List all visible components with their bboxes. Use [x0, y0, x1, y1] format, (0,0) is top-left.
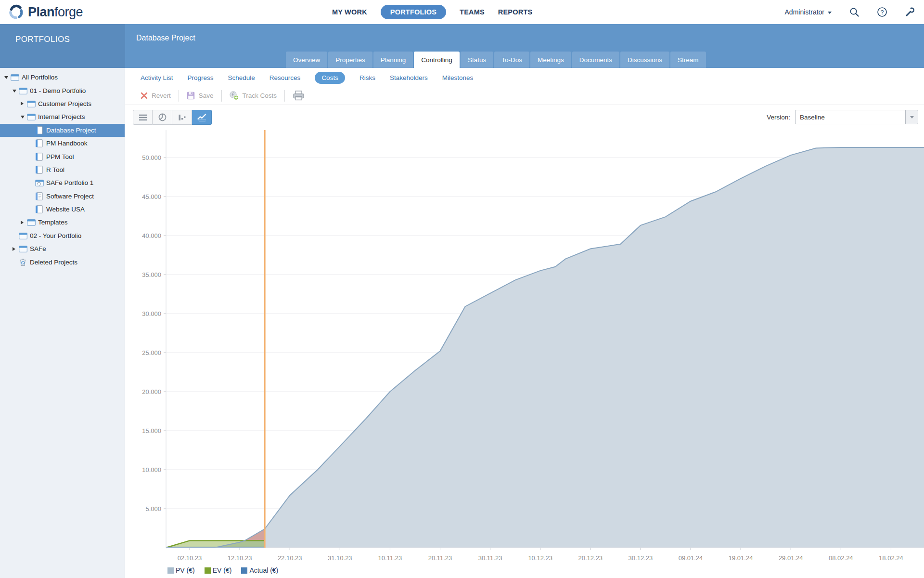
ev-area: [166, 540, 265, 548]
print-button[interactable]: [293, 91, 305, 101]
tree-collapse-arrow[interactable]: [4, 76, 8, 79]
sidebar-item-database-project[interactable]: Database Project: [0, 124, 125, 137]
planforge-logo[interactable]: Planforge: [8, 4, 83, 20]
nav-item-portfolios[interactable]: PORTFOLIOS: [381, 5, 446, 19]
bar-chart-view-button[interactable]: [172, 110, 192, 125]
chevron-down-icon: [910, 116, 914, 118]
revert-button[interactable]: Revert: [141, 92, 171, 99]
sidebar-item-01-demo-portfolio[interactable]: 01 - Demo Portfolio: [0, 84, 125, 97]
y-axis-label: 40.000: [142, 232, 161, 239]
subtab-costs[interactable]: Costs: [315, 72, 345, 84]
sidebar-item-customer-projects[interactable]: Customer Projects: [0, 97, 125, 110]
sidebar-item-templates[interactable]: Templates: [0, 216, 125, 229]
tab-discussions[interactable]: Discussions: [620, 52, 669, 68]
legend-item-pv: PV (€): [167, 566, 195, 574]
tree-item-label: SAFe Portfolio 1: [46, 179, 93, 186]
version-label: Version:: [767, 114, 790, 121]
subtab-progress[interactable]: Progress: [188, 74, 214, 81]
sidebar-item-safe[interactable]: SAFe: [0, 242, 125, 255]
help-icon[interactable]: ?: [877, 7, 887, 17]
x-axis-label: 29.01.24: [779, 554, 803, 562]
x-axis-label: 31.10.23: [328, 554, 352, 562]
tree-collapse-arrow[interactable]: [13, 90, 16, 92]
x-axis-label: 22.10.23: [278, 554, 302, 562]
project-icon: [35, 153, 43, 161]
sidebar-item-safe-portfolio-1[interactable]: SAFe Portfolio 1: [0, 176, 125, 189]
tab-overview[interactable]: Overview: [286, 52, 327, 68]
tree-item-label: SAFe: [30, 245, 46, 252]
project-icon: [35, 139, 43, 147]
subtab-milestones[interactable]: Milestones: [442, 74, 474, 81]
save-button[interactable]: Save: [187, 92, 214, 100]
svg-text:?: ?: [881, 9, 884, 16]
sidebar-item-all-portfolios[interactable]: All Portfolios: [0, 71, 125, 84]
cost-chart: 5.00010.00015.00020.00025.00030.00035.00…: [125, 129, 924, 578]
folder-icon: [11, 74, 19, 81]
user-menu[interactable]: Administrator: [785, 8, 832, 16]
sidebar-item-deleted-projects[interactable]: Deleted Projects: [0, 255, 125, 268]
legend-swatch: [205, 567, 211, 574]
logo-wordmark: Planforge: [28, 5, 83, 20]
search-icon[interactable]: [849, 7, 860, 17]
sidebar-item-website-usa[interactable]: Website USA: [0, 203, 125, 216]
tab-stream[interactable]: Stream: [670, 52, 706, 68]
version-select-arrow[interactable]: [905, 110, 918, 124]
sidebar-item-r-tool[interactable]: R Tool: [0, 163, 125, 176]
sidebar-item-software-project[interactable]: Software Project: [0, 190, 125, 203]
tab-properties[interactable]: Properties: [328, 52, 372, 68]
tab-documents[interactable]: Documents: [572, 52, 619, 68]
y-axis-label: 30.000: [142, 310, 161, 317]
folder-icon: [19, 87, 27, 94]
y-axis-label: 15.000: [142, 427, 161, 434]
version-select[interactable]: Baseline: [795, 110, 918, 124]
sidebar-item-internal-projects[interactable]: Internal Projects: [0, 110, 125, 123]
nav-item-my-work[interactable]: MY WORK: [332, 8, 367, 16]
nav-item-teams[interactable]: TEAMS: [460, 8, 485, 16]
top-right-cluster: Administrator ?: [785, 0, 915, 24]
table-view-button[interactable]: [133, 110, 153, 125]
subtab-resources[interactable]: Resources: [270, 74, 301, 81]
line-chart-view-button[interactable]: [192, 110, 212, 125]
sidebar-item-pm-handbook[interactable]: PM Handbook: [0, 137, 125, 150]
subtab-stakeholders[interactable]: Stakeholders: [390, 74, 428, 81]
project-icon: [35, 166, 43, 174]
tab-controlling[interactable]: Controlling: [414, 52, 460, 68]
subtab-activity-list[interactable]: Activity List: [141, 74, 173, 81]
pv-area: [166, 147, 924, 548]
cost-area-chart[interactable]: 5.00010.00015.00020.00025.00030.00035.00…: [125, 129, 924, 578]
portfolio-tree: All Portfolios01 - Demo PortfolioCustome…: [0, 68, 125, 269]
subtab-schedule[interactable]: Schedule: [228, 74, 255, 81]
y-axis-label: 45.000: [142, 193, 161, 200]
subtab-risks[interactable]: Risks: [359, 74, 375, 81]
track-costs-button[interactable]: € Track Costs: [230, 91, 277, 100]
tab-status[interactable]: Status: [461, 52, 493, 68]
legend-label: Actual (€): [249, 566, 278, 574]
tab-planning[interactable]: Planning: [373, 52, 413, 68]
save-floppy-icon: [187, 92, 195, 100]
track-costs-label: Track Costs: [243, 92, 277, 99]
tree-expand-arrow[interactable]: [13, 247, 15, 251]
tree-item-label: R Tool: [46, 166, 64, 173]
sidebar-item-ppm-tool[interactable]: PPM Tool: [0, 150, 125, 163]
tab-to-dos[interactable]: To-Dos: [494, 52, 529, 68]
tree-item-label: PPM Tool: [46, 153, 74, 160]
wrench-icon[interactable]: [905, 7, 915, 17]
legend-swatch: [167, 567, 174, 574]
y-axis-label: 20.000: [142, 388, 161, 395]
tree-expand-arrow[interactable]: [21, 221, 24, 224]
tab-meetings[interactable]: Meetings: [530, 52, 571, 68]
tree-item-label: Deleted Projects: [30, 259, 77, 266]
x-axis-label: 10.12.23: [528, 554, 552, 562]
pie-chart-view-button[interactable]: [153, 110, 172, 125]
chevron-down-icon: [828, 12, 832, 14]
project-icon: [35, 205, 43, 213]
main-nav: MY WORKPORTFOLIOSTEAMSREPORTS: [332, 0, 532, 24]
trash-icon: [19, 258, 27, 266]
tree-item-label: Customer Projects: [38, 100, 91, 107]
tree-item-label: 02 - Your Portfolio: [30, 232, 81, 239]
tree-collapse-arrow[interactable]: [21, 116, 25, 118]
nav-item-reports[interactable]: REPORTS: [498, 8, 533, 16]
sidebar-item-02-your-portfolio[interactable]: 02 - Your Portfolio: [0, 229, 125, 242]
x-axis-label: 18.02.24: [879, 554, 903, 562]
tree-expand-arrow[interactable]: [21, 102, 24, 105]
